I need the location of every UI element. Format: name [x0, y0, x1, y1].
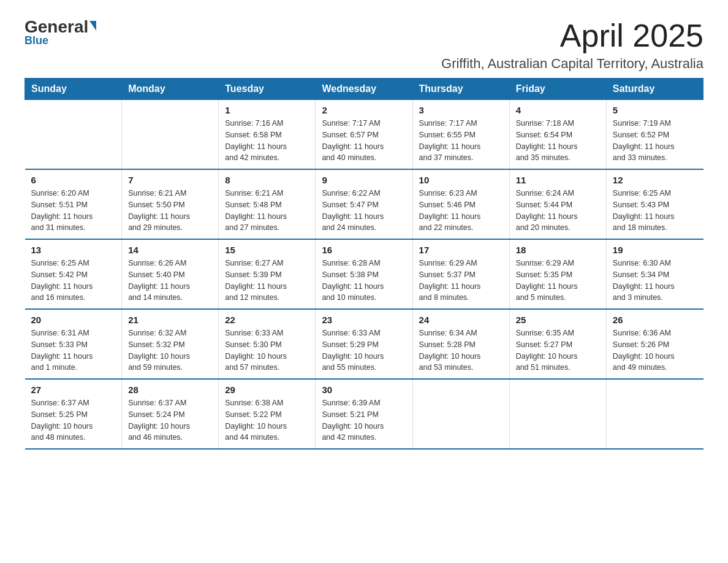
- calendar-cell: 28Sunrise: 6:37 AM Sunset: 5:24 PM Dayli…: [122, 379, 219, 449]
- calendar-cell: 18Sunrise: 6:29 AM Sunset: 5:35 PM Dayli…: [509, 239, 606, 309]
- calendar-cell: 25Sunrise: 6:35 AM Sunset: 5:27 PM Dayli…: [509, 309, 606, 379]
- calendar-cell: 26Sunrise: 6:36 AM Sunset: 5:26 PM Dayli…: [606, 309, 703, 379]
- day-info: Sunrise: 7:19 AM Sunset: 6:52 PM Dayligh…: [613, 118, 697, 164]
- day-number: 27: [31, 385, 116, 395]
- day-number: 24: [419, 315, 503, 325]
- calendar-cell: 3Sunrise: 7:17 AM Sunset: 6:55 PM Daylig…: [412, 100, 509, 170]
- calendar-cell: 14Sunrise: 6:26 AM Sunset: 5:40 PM Dayli…: [122, 239, 219, 309]
- day-number: 23: [322, 315, 406, 325]
- day-number: 22: [225, 315, 309, 325]
- calendar-cell: [412, 379, 509, 449]
- calendar-cell: 19Sunrise: 6:30 AM Sunset: 5:34 PM Dayli…: [606, 239, 703, 309]
- day-info: Sunrise: 7:17 AM Sunset: 6:57 PM Dayligh…: [322, 118, 406, 164]
- day-info: Sunrise: 6:34 AM Sunset: 5:28 PM Dayligh…: [419, 327, 503, 373]
- header-saturday: Saturday: [606, 79, 703, 100]
- calendar-cell: 20Sunrise: 6:31 AM Sunset: 5:33 PM Dayli…: [25, 309, 122, 379]
- day-info: Sunrise: 6:31 AM Sunset: 5:33 PM Dayligh…: [31, 327, 116, 373]
- calendar-cell: 10Sunrise: 6:23 AM Sunset: 5:46 PM Dayli…: [412, 169, 509, 239]
- day-number: 29: [225, 385, 309, 395]
- day-number: 9: [322, 175, 406, 185]
- day-number: 8: [225, 175, 309, 185]
- day-number: 14: [128, 245, 212, 255]
- header-monday: Monday: [122, 79, 219, 100]
- day-info: Sunrise: 6:21 AM Sunset: 5:50 PM Dayligh…: [128, 188, 212, 234]
- calendar-cell: 7Sunrise: 6:21 AM Sunset: 5:50 PM Daylig…: [122, 169, 219, 239]
- day-number: 16: [322, 245, 406, 255]
- calendar-body: 1Sunrise: 7:16 AM Sunset: 6:58 PM Daylig…: [25, 100, 703, 450]
- calendar-week-row: 1Sunrise: 7:16 AM Sunset: 6:58 PM Daylig…: [25, 100, 703, 170]
- day-info: Sunrise: 6:21 AM Sunset: 5:48 PM Dayligh…: [225, 188, 309, 234]
- day-number: 17: [419, 245, 503, 255]
- day-number: 20: [31, 315, 116, 325]
- day-info: Sunrise: 7:16 AM Sunset: 6:58 PM Dayligh…: [225, 118, 309, 164]
- calendar-cell: 23Sunrise: 6:33 AM Sunset: 5:29 PM Dayli…: [316, 309, 412, 379]
- calendar-cell: 15Sunrise: 6:27 AM Sunset: 5:39 PM Dayli…: [219, 239, 316, 309]
- day-number: 15: [225, 245, 309, 255]
- day-info: Sunrise: 6:22 AM Sunset: 5:47 PM Dayligh…: [322, 188, 406, 234]
- calendar-cell: 24Sunrise: 6:34 AM Sunset: 5:28 PM Dayli…: [412, 309, 509, 379]
- day-info: Sunrise: 6:26 AM Sunset: 5:40 PM Dayligh…: [128, 258, 212, 304]
- calendar-week-row: 20Sunrise: 6:31 AM Sunset: 5:33 PM Dayli…: [25, 309, 703, 379]
- calendar-cell: 2Sunrise: 7:17 AM Sunset: 6:57 PM Daylig…: [316, 100, 412, 170]
- day-info: Sunrise: 6:36 AM Sunset: 5:26 PM Dayligh…: [613, 327, 697, 373]
- day-number: 6: [31, 175, 116, 185]
- day-number: 26: [613, 315, 697, 325]
- location-subtitle: Griffith, Australian Capital Territory, …: [441, 56, 703, 72]
- calendar-week-row: 6Sunrise: 6:20 AM Sunset: 5:51 PM Daylig…: [25, 169, 703, 239]
- day-info: Sunrise: 7:18 AM Sunset: 6:54 PM Dayligh…: [516, 118, 600, 164]
- calendar-cell: 17Sunrise: 6:29 AM Sunset: 5:37 PM Dayli…: [412, 239, 509, 309]
- logo-blue-text: Blue: [25, 34, 48, 47]
- day-info: Sunrise: 6:37 AM Sunset: 5:25 PM Dayligh…: [31, 397, 116, 443]
- logo-name: General: [25, 18, 96, 36]
- day-number: 5: [613, 105, 697, 115]
- day-info: Sunrise: 6:29 AM Sunset: 5:35 PM Dayligh…: [516, 258, 600, 304]
- calendar-cell: [122, 100, 219, 170]
- header-thursday: Thursday: [412, 79, 509, 100]
- day-number: 12: [613, 175, 697, 185]
- calendar-cell: 27Sunrise: 6:37 AM Sunset: 5:25 PM Dayli…: [25, 379, 122, 449]
- day-number: 3: [419, 105, 503, 115]
- calendar-header: Sunday Monday Tuesday Wednesday Thursday…: [25, 79, 703, 100]
- calendar-week-row: 27Sunrise: 6:37 AM Sunset: 5:25 PM Dayli…: [25, 379, 703, 449]
- day-number: 28: [128, 385, 212, 395]
- calendar-table: Sunday Monday Tuesday Wednesday Thursday…: [25, 78, 703, 450]
- day-info: Sunrise: 6:33 AM Sunset: 5:29 PM Dayligh…: [322, 327, 406, 373]
- day-number: 11: [516, 175, 600, 185]
- calendar-cell: 4Sunrise: 7:18 AM Sunset: 6:54 PM Daylig…: [509, 100, 606, 170]
- calendar-cell: 11Sunrise: 6:24 AM Sunset: 5:44 PM Dayli…: [509, 169, 606, 239]
- calendar-cell: 30Sunrise: 6:39 AM Sunset: 5:21 PM Dayli…: [316, 379, 412, 449]
- calendar-cell: 9Sunrise: 6:22 AM Sunset: 5:47 PM Daylig…: [316, 169, 412, 239]
- day-info: Sunrise: 6:38 AM Sunset: 5:22 PM Dayligh…: [225, 397, 309, 443]
- day-info: Sunrise: 6:29 AM Sunset: 5:37 PM Dayligh…: [419, 258, 503, 304]
- header-wednesday: Wednesday: [316, 79, 412, 100]
- day-info: Sunrise: 6:25 AM Sunset: 5:42 PM Dayligh…: [31, 258, 116, 304]
- calendar-cell: 21Sunrise: 6:32 AM Sunset: 5:32 PM Dayli…: [122, 309, 219, 379]
- calendar-cell: 8Sunrise: 6:21 AM Sunset: 5:48 PM Daylig…: [219, 169, 316, 239]
- logo-triangle-icon: [89, 21, 96, 31]
- day-number: 4: [516, 105, 600, 115]
- day-number: 7: [128, 175, 212, 185]
- calendar-week-row: 13Sunrise: 6:25 AM Sunset: 5:42 PM Dayli…: [25, 239, 703, 309]
- month-year-title: April 2025: [441, 18, 703, 53]
- calendar-cell: 16Sunrise: 6:28 AM Sunset: 5:38 PM Dayli…: [316, 239, 412, 309]
- title-area: April 2025 Griffith, Australian Capital …: [441, 18, 703, 72]
- day-number: 2: [322, 105, 406, 115]
- calendar-cell: 6Sunrise: 6:20 AM Sunset: 5:51 PM Daylig…: [25, 169, 122, 239]
- day-number: 21: [128, 315, 212, 325]
- day-number: 18: [516, 245, 600, 255]
- page-header: General Blue April 2025 Griffith, Austra…: [25, 18, 703, 72]
- day-info: Sunrise: 7:17 AM Sunset: 6:55 PM Dayligh…: [419, 118, 503, 164]
- day-header-row: Sunday Monday Tuesday Wednesday Thursday…: [25, 79, 703, 100]
- day-info: Sunrise: 6:35 AM Sunset: 5:27 PM Dayligh…: [516, 327, 600, 373]
- day-info: Sunrise: 6:24 AM Sunset: 5:44 PM Dayligh…: [516, 188, 600, 234]
- day-info: Sunrise: 6:28 AM Sunset: 5:38 PM Dayligh…: [322, 258, 406, 304]
- day-info: Sunrise: 6:30 AM Sunset: 5:34 PM Dayligh…: [613, 258, 697, 304]
- day-number: 13: [31, 245, 116, 255]
- day-info: Sunrise: 6:23 AM Sunset: 5:46 PM Dayligh…: [419, 188, 503, 234]
- calendar-cell: [509, 379, 606, 449]
- day-number: 25: [516, 315, 600, 325]
- day-number: 10: [419, 175, 503, 185]
- day-info: Sunrise: 6:39 AM Sunset: 5:21 PM Dayligh…: [322, 397, 406, 443]
- calendar-cell: 5Sunrise: 7:19 AM Sunset: 6:52 PM Daylig…: [606, 100, 703, 170]
- day-number: 30: [322, 385, 406, 395]
